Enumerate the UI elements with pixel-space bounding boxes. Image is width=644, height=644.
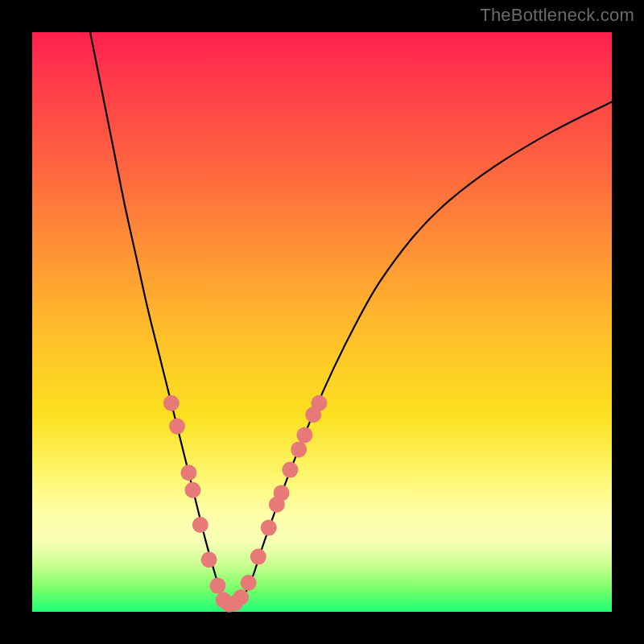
- curve-marker: [169, 419, 185, 435]
- curve-marker: [261, 520, 277, 536]
- curve-marker: [241, 575, 257, 591]
- curve-marker: [250, 549, 266, 565]
- curve-markers: [163, 395, 328, 613]
- curve-marker: [180, 464, 196, 481]
- bottleneck-curve: [90, 32, 612, 606]
- curve-marker: [311, 395, 327, 411]
- curve-marker: [184, 482, 200, 498]
- watermark-text: TheBottleneck.com: [480, 5, 634, 26]
- curve-marker: [201, 551, 217, 568]
- curve-marker: [282, 462, 298, 478]
- curve-marker: [192, 517, 208, 533]
- chart-svg: [32, 32, 612, 612]
- curve-marker: [163, 395, 180, 411]
- curve-marker: [291, 441, 307, 457]
- plot-area: [32, 32, 612, 612]
- curve-marker: [274, 485, 290, 501]
- outer-frame: TheBottleneck.com: [0, 0, 644, 644]
- curve-marker: [233, 589, 249, 605]
- curve-marker: [296, 427, 312, 443]
- curve-marker: [209, 578, 225, 594]
